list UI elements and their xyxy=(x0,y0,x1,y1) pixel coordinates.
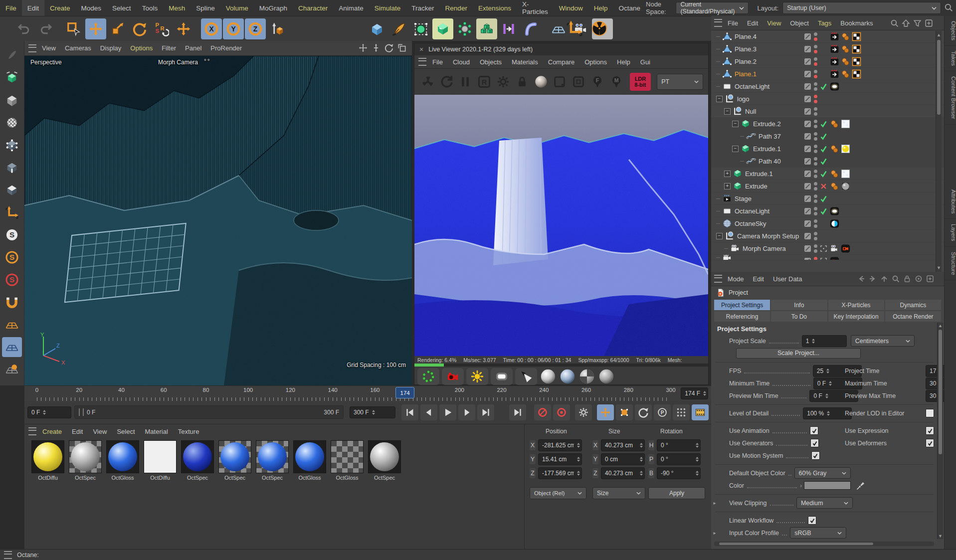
home-icon[interactable] xyxy=(902,19,910,27)
rotate-tool-button[interactable] xyxy=(129,18,150,39)
layer-chip-icon[interactable] xyxy=(804,232,811,240)
play-to-end-button[interactable] xyxy=(509,404,526,420)
menu-item-help[interactable]: Help xyxy=(588,0,613,16)
material-item[interactable]: OctGloss xyxy=(331,440,364,481)
coord-mode-dropdown[interactable]: Object (Rel) xyxy=(530,487,586,499)
octane-camera-button[interactable] xyxy=(442,368,464,385)
visibility-dot-gray[interactable] xyxy=(814,244,817,248)
enable-state-icon[interactable] xyxy=(819,32,828,41)
model-mode-button[interactable] xyxy=(2,90,22,110)
expand-toggle[interactable]: − xyxy=(732,121,739,127)
visibility-dots[interactable] xyxy=(813,244,817,253)
x-axis-lock-button[interactable]: X xyxy=(201,18,222,39)
expand-toggle[interactable]: − xyxy=(716,96,723,102)
position-z-field[interactable]: -177.569 cm xyxy=(538,467,582,479)
enable-state-icon[interactable] xyxy=(819,120,828,128)
size-x-field[interactable]: 40.273 cm xyxy=(601,439,645,451)
search-icon[interactable] xyxy=(890,19,899,27)
node-space-dropdown[interactable]: Current (Standard/Physical) xyxy=(676,2,748,14)
visibility-dot-red[interactable] xyxy=(814,75,817,78)
viewport-rotate-icon[interactable] xyxy=(384,43,395,54)
tab-project-settings[interactable]: Project Settings xyxy=(714,300,770,310)
menu-item-mesh[interactable]: Mesh xyxy=(163,0,191,16)
visibility-dot-red[interactable] xyxy=(814,257,817,260)
visibility-dot-gray[interactable] xyxy=(814,175,817,178)
visibility-dot-gray[interactable] xyxy=(814,87,817,91)
refresh-icon[interactable] xyxy=(438,72,455,91)
visibility-dot-gray[interactable] xyxy=(814,232,817,235)
volume-builder-button[interactable] xyxy=(476,18,497,39)
tab-referencing[interactable]: Referencing xyxy=(714,311,770,322)
render-settings-button[interactable] xyxy=(339,18,360,39)
scroll-up-icon[interactable]: ▲ xyxy=(938,323,943,329)
material-menu-view[interactable]: View xyxy=(88,428,112,435)
object-row[interactable]: Plane.3 xyxy=(711,43,944,55)
enable-state-icon[interactable] xyxy=(819,257,828,261)
position-x-field[interactable]: -281.625 cm xyxy=(538,439,582,451)
undo-button[interactable] xyxy=(13,18,34,39)
lv-menu-options[interactable]: Options xyxy=(579,58,612,66)
value-spinner[interactable]: 1 xyxy=(802,335,847,347)
lock-resolution-icon[interactable] xyxy=(514,72,531,91)
object-row[interactable]: −Extrude.1 xyxy=(711,143,944,155)
visibility-dots[interactable] xyxy=(813,170,817,178)
visibility-dot-red[interactable] xyxy=(814,100,817,103)
pause-icon[interactable] xyxy=(457,72,474,91)
visibility-dot-gray[interactable] xyxy=(814,194,817,198)
visibility-dots[interactable] xyxy=(813,82,817,91)
viewport-menu-view[interactable]: View xyxy=(37,44,60,52)
attribute-hscrollbar[interactable] xyxy=(714,542,934,546)
dropdown[interactable]: sRGB xyxy=(790,527,846,539)
enable-state-icon[interactable] xyxy=(819,232,828,240)
apply-button[interactable]: Apply xyxy=(648,487,705,499)
balls-tag-icon[interactable] xyxy=(830,119,839,129)
swwhite-tag-icon[interactable] xyxy=(841,119,850,129)
viewport-menu-cameras[interactable]: Cameras xyxy=(60,44,96,52)
object-menu-edit[interactable]: Edit xyxy=(743,19,763,27)
edge-mode-button[interactable] xyxy=(2,158,22,178)
menu-item-edit[interactable]: Edit xyxy=(22,0,44,16)
redcam-tag-icon[interactable] xyxy=(841,244,850,253)
current-frame-spinner[interactable]: 0 F xyxy=(27,406,71,418)
visibility-dot-gray[interactable] xyxy=(814,32,817,36)
object-row[interactable]: −Null xyxy=(711,105,944,118)
checkbox[interactable] xyxy=(810,426,818,435)
checkbox[interactable] xyxy=(926,409,934,417)
subdivision-surface-button[interactable] xyxy=(410,18,431,39)
record-rotation-toggle[interactable] xyxy=(635,404,652,420)
move-tool-button[interactable] xyxy=(85,18,106,39)
visibility-dot-gray[interactable] xyxy=(814,207,817,210)
balls-tag-icon[interactable] xyxy=(841,69,850,79)
layer-chip-icon[interactable] xyxy=(804,207,811,215)
point-mode-button[interactable] xyxy=(2,135,22,155)
visibility-dot-gray[interactable] xyxy=(814,199,817,203)
material-item[interactable]: OctGloss xyxy=(106,440,139,481)
add-panel-icon[interactable] xyxy=(925,19,933,27)
visibility-dot-gray[interactable] xyxy=(814,187,817,190)
balls-tag-icon[interactable] xyxy=(841,44,850,54)
visibility-dot-gray[interactable] xyxy=(814,162,817,166)
object-row[interactable]: Path 37 xyxy=(711,130,944,143)
settings-icon[interactable] xyxy=(495,72,512,91)
preview-range-track[interactable]: 0 F 300 F xyxy=(74,405,344,419)
visibility-dots[interactable] xyxy=(813,107,817,116)
panel-menu-icon[interactable] xyxy=(28,44,36,52)
scrollbar-thumb[interactable] xyxy=(937,40,941,115)
timeline-ruler[interactable]: 0204060801001201401602002202402602803001… xyxy=(24,385,711,402)
swyellow-tag-icon[interactable] xyxy=(841,144,850,154)
menu-item-x-particles[interactable]: X-Particles xyxy=(517,0,554,16)
live-viewer-titlebar[interactable]: × Live Viewer 2020.1-R2 (329 days left) xyxy=(414,43,708,55)
object-row[interactable]: Plane.4 xyxy=(711,30,944,43)
object-menu-bookmarks[interactable]: Bookmarks xyxy=(836,19,877,27)
object-menu-tags[interactable]: Tags xyxy=(813,19,836,27)
viewport-menu-options[interactable]: Options xyxy=(126,44,157,52)
octane-daylight-button[interactable] xyxy=(466,368,488,385)
rotation-p-field[interactable]: 0 ° xyxy=(657,453,701,465)
lv-menu-objects[interactable]: Objects xyxy=(475,58,507,66)
visibility-dots[interactable] xyxy=(813,45,817,53)
up-icon[interactable] xyxy=(880,275,888,283)
layer-chip-icon[interactable] xyxy=(804,170,811,178)
expand-arrow-icon[interactable]: ▸ xyxy=(711,530,718,536)
enable-state-icon[interactable] xyxy=(819,95,828,103)
visibility-dot-gray[interactable] xyxy=(814,125,817,128)
